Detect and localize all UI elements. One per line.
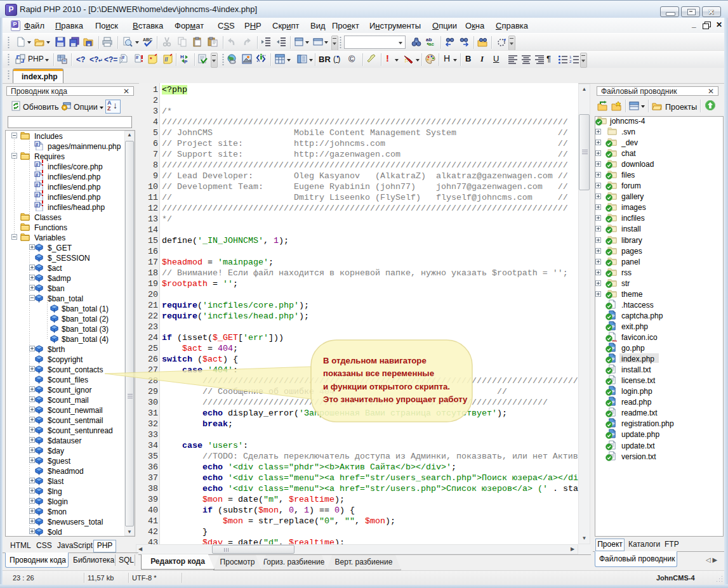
- svg-text:1: 1: [569, 55, 572, 59]
- svg-text:2: 2: [569, 60, 572, 63]
- svg-text:P: P: [184, 59, 188, 64]
- svg-text:*: *: [150, 56, 152, 62]
- svg-text://: //: [165, 56, 169, 63]
- svg-text:#: #: [122, 55, 125, 60]
- svg-text:ac: ac: [428, 41, 434, 46]
- svg-text:#: #: [136, 55, 139, 60]
